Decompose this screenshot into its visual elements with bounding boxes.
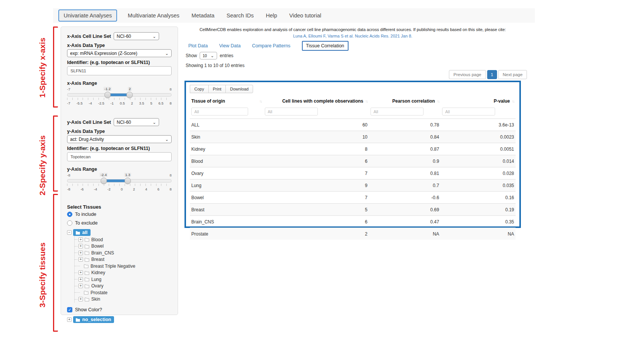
column-header-tissue[interactable]: Tissue of origin — [191, 98, 225, 104]
annotation-step1-label: 1-Specify x-axis — [38, 37, 47, 98]
expand-icon[interactable]: + — [78, 270, 83, 275]
cell-tissue: Ovary — [190, 167, 263, 179]
analysis-tab[interactable]: Compare Patterns — [252, 43, 290, 48]
tree-node-no-selection-label: no_selection — [82, 317, 111, 322]
page-size-select[interactable]: 10 ⌄ — [200, 52, 217, 59]
folder-icon — [84, 277, 89, 281]
table-row[interactable]: Breast 5 0.69 0.19 — [190, 204, 516, 216]
filter-tissue-input[interactable] — [191, 108, 248, 115]
cell-pvalue: 3.6e-13 — [441, 119, 516, 131]
y-data-type-select[interactable]: act: Drug Activity ⌄ — [67, 135, 172, 143]
tree-node-tissue[interactable]: + Lung — [75, 276, 172, 283]
table-row[interactable]: Ovary 7 0.81 0.028 — [190, 167, 516, 179]
analysis-tab[interactable]: Plot Data — [188, 43, 208, 48]
table-row[interactable]: Bowel 7 -0.6 0.16 — [190, 192, 516, 204]
tree-node-all[interactable]: all — [73, 229, 91, 236]
export-button[interactable]: Download — [225, 85, 253, 93]
x-range-to-handle[interactable] — [127, 92, 133, 98]
nav-tab[interactable]: Search IDs — [225, 10, 255, 21]
to-exclude-radio[interactable] — [67, 220, 72, 226]
tree-node-label: Blood — [91, 237, 103, 242]
column-header-pearson[interactable]: Pearson correlation — [392, 98, 435, 104]
expand-icon[interactable]: + — [78, 284, 83, 288]
table-row[interactable]: ALL 60 0.78 3.6e-13 — [190, 119, 516, 131]
previous-page-button[interactable]: Previous page — [449, 70, 486, 79]
expand-icon[interactable]: + — [78, 257, 83, 262]
y-range-from-handle[interactable] — [100, 178, 107, 184]
export-button[interactable]: Print — [208, 85, 226, 93]
cell-pvalue: 0.028 — [441, 167, 516, 179]
nav-tab[interactable]: Multivariate Analyses — [126, 10, 181, 21]
sidebar-panel: x-Axis Cell Line Set NCI-60 ⌄ x-Axis Dat… — [61, 27, 178, 315]
tree-node-tissue[interactable]: + Breast Triple Negative — [75, 263, 172, 270]
cell-count: 5 — [263, 204, 369, 216]
tree-node-tissue[interactable]: + Skin — [75, 296, 172, 303]
tree-node-label: Breast Triple Negative — [91, 264, 135, 269]
tick-label: 2 — [133, 187, 135, 191]
show-color-checkbox[interactable] — [67, 307, 72, 312]
y-range-to-handle[interactable] — [124, 178, 131, 184]
analysis-tab[interactable]: Tissue Correlation — [302, 41, 349, 51]
y-range-slider[interactable]: -8 8 -2.4 1.3 -8-6-4-202468 — [67, 173, 172, 194]
annotation-step1-bracket — [53, 27, 58, 108]
tree-node-tissue[interactable]: + Blood — [75, 236, 172, 243]
filter-pvalue-input[interactable] — [442, 108, 495, 115]
x-data-type-label: x-Axis Data Type — [67, 43, 172, 48]
sort-icon[interactable] — [365, 99, 367, 103]
nav-tab[interactable]: Video tutorial — [288, 10, 323, 21]
citation-link[interactable]: Luna A, Elloumi F, Varma S et al. Nuclei… — [184, 34, 521, 38]
table-row[interactable]: Skin 10 0.84 0.0023 — [190, 131, 516, 143]
tree-node-tissue[interactable]: + Prostate — [75, 289, 172, 296]
sort-icon[interactable] — [259, 99, 262, 103]
y-identifier-input[interactable] — [67, 152, 172, 161]
entries-label: entries — [220, 53, 233, 58]
y-cell-line-set-select[interactable]: NCI-60 ⌄ — [114, 118, 159, 126]
nav-tab[interactable]: Univariate Analyses — [58, 9, 117, 22]
expand-icon[interactable]: + — [78, 297, 83, 301]
nav-tab[interactable]: Help — [264, 10, 279, 21]
expand-icon[interactable]: + — [78, 277, 83, 282]
expand-icon[interactable]: + — [78, 251, 83, 255]
expand-icon[interactable]: + — [78, 237, 83, 242]
column-header-cell-lines[interactable]: Cell lines with complete observations — [282, 98, 363, 104]
filter-cell-lines-input[interactable] — [265, 108, 318, 115]
table-row[interactable]: Brain_CNS 6 0.47 0.35 — [190, 216, 516, 228]
tree-node-tissue[interactable]: + Brain_CNS — [75, 250, 172, 256]
table-row[interactable]: Lung 9 0.7 0.035 — [190, 179, 516, 192]
cell-tissue: Breast — [190, 204, 263, 216]
column-header-pvalue[interactable]: P-value — [494, 98, 510, 104]
analysis-tab[interactable]: View Data — [219, 43, 241, 48]
tick-label: 8 — [170, 187, 172, 191]
cell-pearson: 0.81 — [369, 167, 441, 179]
tree-node-no-selection[interactable]: no_selection — [73, 316, 114, 323]
x-data-type-select[interactable]: exp: mRNA Expression (Z-Score) ⌄ — [67, 49, 172, 57]
nav-tab[interactable]: Metadata — [190, 10, 216, 21]
tick-label: 0 — [121, 187, 123, 191]
tree-node-tissue[interactable]: + Kidney — [75, 270, 172, 276]
x-range-track[interactable] — [67, 93, 172, 97]
sort-icon[interactable] — [512, 99, 514, 103]
to-include-radio[interactable] — [67, 212, 72, 217]
next-page-button[interactable]: Next page — [498, 70, 527, 79]
table-row[interactable]: Prostate 2 NA NA — [190, 228, 516, 240]
x-range-slider[interactable]: -7 8 -1.2 2 -7-5.5-4-2.5-10.523.556.58 — [67, 87, 172, 108]
sort-icon[interactable] — [437, 99, 439, 103]
filter-pearson-input[interactable] — [370, 108, 424, 115]
tree-node-tissue[interactable]: + Breast — [75, 256, 172, 263]
x-identifier-input[interactable] — [67, 66, 172, 75]
tree-node-tissue[interactable]: + Ovary — [75, 283, 172, 290]
y-range-track[interactable] — [67, 179, 172, 183]
x-range-from-handle[interactable] — [105, 92, 111, 98]
export-button[interactable]: Copy — [190, 85, 209, 93]
expand-icon[interactable]: + — [67, 317, 72, 322]
expand-icon[interactable]: + — [78, 244, 83, 248]
page-1-button[interactable]: 1 — [487, 70, 497, 79]
cell-pearson: 0.87 — [369, 143, 441, 155]
collapse-icon[interactable]: − — [67, 230, 72, 235]
tree-node-tissue[interactable]: + Bowel — [75, 243, 172, 250]
y-identifier-label: Identifier: (e.g. topotecan or SLFN11) — [67, 146, 172, 151]
tick-label: 2 — [131, 101, 133, 105]
table-row[interactable]: Blood 6 0.9 0.014 — [190, 155, 516, 167]
x-cell-line-set-select[interactable]: NCI-60 ⌄ — [114, 32, 159, 40]
table-row[interactable]: Kidney 8 0.87 0.0051 — [190, 143, 516, 155]
